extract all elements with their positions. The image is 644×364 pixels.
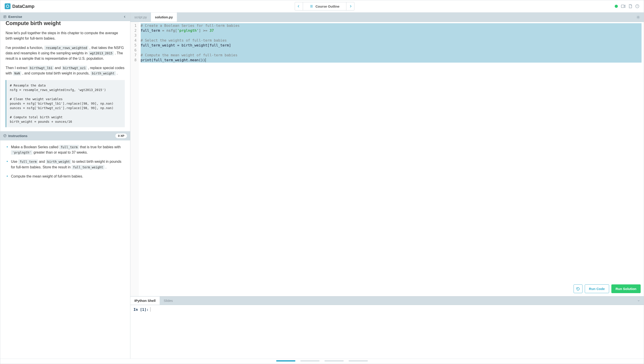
instructions-header: Instructions 0 XP <box>0 131 130 140</box>
course-outline-button[interactable]: Course Outline <box>303 2 346 10</box>
shell-body[interactable]: In [1]: <box>130 305 644 359</box>
exercise-header: Exercise <box>0 12 130 21</box>
exercise-p2: I've provided a function, resample_rows_… <box>6 45 125 61</box>
prev-arrow-button[interactable] <box>295 2 303 10</box>
inline-code: NaN <box>13 71 21 76</box>
run-code-button[interactable]: Run Code <box>585 284 609 293</box>
instructions-list: Make a Boolean Series called full_term t… <box>6 140 125 179</box>
check-circle-icon <box>3 134 6 137</box>
inline-code: full_term <box>18 160 38 164</box>
inline-code: 'prglngth' <box>11 150 32 155</box>
brand: DataCamp <box>5 3 34 9</box>
shell-prompt: In [1]: <box>134 307 641 312</box>
tab-solution[interactable]: solution.py <box>151 12 177 22</box>
topbar: DataCamp Course Outline <box>0 0 644 12</box>
progress-segment[interactable] <box>348 360 368 362</box>
inline-code: birth_weight <box>46 160 71 164</box>
run-solution-button[interactable]: Run Solution <box>611 284 641 293</box>
left-panel: Exercise Compute birth weight Now let's … <box>0 12 130 359</box>
svg-rect-0 <box>621 5 624 8</box>
shell-collapse-button[interactable] <box>634 300 644 302</box>
brand-text: DataCamp <box>12 4 34 9</box>
brand-icon <box>5 3 10 9</box>
sample-code-block: # Resample the data nsfg = resample_rows… <box>6 80 125 127</box>
line-gutter: 12345678 <box>130 22 139 296</box>
course-nav: Course Outline <box>295 2 355 10</box>
code-content[interactable]: # Create a Boolean Series for full-term … <box>139 22 644 296</box>
exercise-body[interactable]: Compute birth weight Now let's pull toge… <box>0 21 130 359</box>
shell-tabs: IPython Shell Slides <box>130 296 644 305</box>
inline-code: wgt2013_2015 <box>88 51 114 56</box>
menu-icon <box>310 5 313 8</box>
inline-code: full_term <box>59 145 79 149</box>
right-panel: script.py solution.py 12345678 # Create … <box>130 12 644 359</box>
progress-bar <box>0 359 644 364</box>
inline-code: birthwgt_oz1 <box>62 66 87 70</box>
svg-point-4 <box>638 16 639 18</box>
tab-slides[interactable]: Slides <box>160 296 177 305</box>
status-dot-icon <box>615 5 618 8</box>
instructions-label-text: Instructions <box>8 134 28 138</box>
topbar-right <box>615 4 639 8</box>
inline-code: full_term_weight <box>72 165 104 170</box>
next-arrow-button[interactable] <box>346 2 354 10</box>
progress-segment[interactable] <box>324 360 344 362</box>
prompt-cursor <box>150 307 150 312</box>
document-icon[interactable] <box>628 4 632 8</box>
chevron-down-icon <box>637 300 640 302</box>
exercise-p1: Now let's pull together the steps in thi… <box>6 30 125 41</box>
course-outline-label: Course Outline <box>316 4 340 8</box>
tab-script[interactable]: script.py <box>130 12 151 22</box>
editor-area[interactable]: 12345678 # Create a Boolean Series for f… <box>130 22 644 296</box>
inline-code: birth_weight <box>90 71 116 76</box>
tab-ipython[interactable]: IPython Shell <box>130 296 160 305</box>
text-cursor <box>206 58 206 62</box>
editor-actions: Run Code Run Solution <box>574 284 641 293</box>
exercise-p3: Then I extract birthwgt_lb1 and birthwgt… <box>6 65 125 76</box>
video-icon[interactable] <box>621 5 626 8</box>
reset-button[interactable] <box>574 284 582 293</box>
exercise-icon <box>3 15 6 18</box>
xp-badge: 0 XP <box>116 134 127 138</box>
inline-code: resample_rows_weighted <box>44 46 88 50</box>
info-icon[interactable] <box>635 4 639 8</box>
progress-segment[interactable] <box>300 360 320 362</box>
theme-toggle-icon[interactable] <box>632 15 644 19</box>
progress-segment[interactable] <box>276 360 296 362</box>
prompt-label: In [1]: <box>134 308 148 312</box>
undo-icon <box>576 287 580 291</box>
list-item: Make a Boolean Series called full_term t… <box>6 144 125 156</box>
exercise-title: Compute birth weight <box>6 21 125 26</box>
exercise-label-text: Exercise <box>8 15 22 18</box>
inline-code: birthwgt_lb1 <box>28 66 54 70</box>
editor-tabs: script.py solution.py <box>130 12 644 22</box>
collapse-left-button[interactable] <box>122 15 127 18</box>
list-item: Use full_term and birth_weight to select… <box>6 159 125 170</box>
list-item: Compute the mean weight of full-term bab… <box>6 174 125 179</box>
